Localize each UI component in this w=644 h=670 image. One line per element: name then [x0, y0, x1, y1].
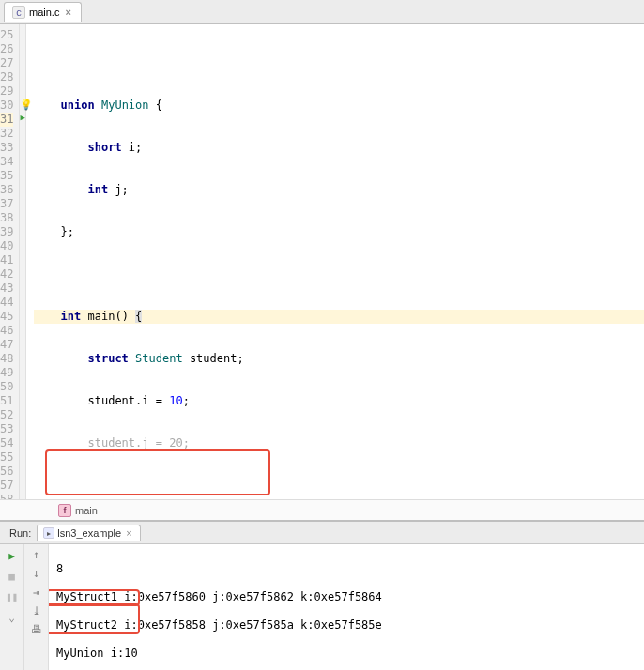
code-line: student.j = 20;	[34, 436, 644, 450]
run-config-icon: ▸	[43, 527, 54, 539]
print-button[interactable]: 🖶	[31, 623, 42, 636]
console-line: 8	[56, 562, 636, 576]
code-line	[34, 479, 644, 493]
code-line	[34, 267, 644, 282]
line-number-gutter: 2526272829303132333435363738394041424344…	[0, 24, 20, 499]
console-line: MyStruct1 i:0xe57f5860 j:0xe57f5862 k:0x…	[56, 590, 636, 604]
code-line-current: int main() {	[34, 310, 644, 324]
editor-tab-bar: c main.c ×	[0, 0, 644, 24]
run-toolbar-output: ↑ ↓ ⇥ ⤓ 🖶	[24, 544, 49, 670]
scroll-to-end-button[interactable]: ⤓	[32, 604, 41, 617]
rerun-button[interactable]: ▶	[5, 548, 20, 563]
breadcrumb-bar: f main	[0, 499, 644, 520]
tab-filename: main.c	[29, 7, 59, 18]
run-toolbar-left: ▶ ■ ❚❚ ⌄	[0, 544, 24, 670]
code-line: struct Student student;	[34, 352, 644, 366]
pause-button[interactable]: ❚❚	[5, 589, 20, 604]
code-line: union MyUnion {	[34, 99, 644, 113]
console-line: MyUnion i:10	[56, 647, 636, 661]
run-body: ▶ ■ ❚❚ ⌄ ↑ ↓ ⇥ ⤓ 🖶 8 MyStruct1 i:0xe57f5…	[0, 544, 644, 670]
console-output[interactable]: 8 MyStruct1 i:0xe57f5860 j:0xe57f5862 k:…	[49, 544, 644, 670]
scroll-down-button[interactable]: ↓	[33, 567, 39, 580]
soft-wrap-button[interactable]: ⇥	[33, 586, 39, 599]
code-area[interactable]: union MyUnion { short i; int j; }; int m…	[26, 24, 644, 499]
code-line: short i;	[34, 141, 644, 155]
close-tab-icon[interactable]: ×	[63, 7, 72, 18]
c-file-icon: c	[12, 6, 25, 19]
run-label: Run:	[4, 527, 37, 539]
function-icon: f	[58, 504, 71, 517]
code-line: };	[34, 225, 644, 239]
scroll-up-button[interactable]: ↑	[33, 548, 39, 561]
run-line-marker-icon[interactable]: ▶	[20, 113, 24, 122]
code-line: student.i = 10;	[34, 394, 644, 408]
run-panel: Run: ▸ lsn3_example × ▶ ■ ❚❚ ⌄ ↑ ↓ ⇥ ⤓ 🖶…	[0, 520, 644, 670]
code-line	[34, 56, 644, 70]
breadcrumb-function[interactable]: main	[75, 505, 98, 516]
code-line: int j;	[34, 183, 644, 197]
dump-threads-button[interactable]: ⌄	[5, 610, 20, 625]
run-config-tab[interactable]: ▸ lsn3_example ×	[37, 525, 140, 541]
console-line: MyStruct2 i:0xe57f5858 j:0xe57f585a k:0x…	[56, 618, 636, 632]
run-config-name: lsn3_example	[57, 527, 121, 539]
run-panel-header: Run: ▸ lsn3_example ×	[0, 522, 644, 544]
close-run-tab-icon[interactable]: ×	[124, 527, 133, 539]
editor: 2526272829303132333435363738394041424344…	[0, 24, 644, 499]
file-tab-main-c[interactable]: c main.c ×	[4, 2, 82, 22]
stop-button[interactable]: ■	[5, 569, 20, 584]
